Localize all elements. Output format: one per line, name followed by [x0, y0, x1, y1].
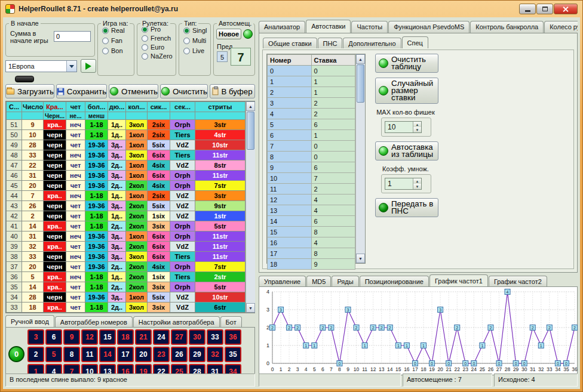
bet-number-cell[interactable]: 4: [268, 109, 312, 119]
multiplier-stepper[interactable]: 1 ▲▼: [385, 178, 422, 190]
bet-number-cell[interactable]: 14: [268, 216, 312, 227]
bets-row[interactable]: 42: [268, 109, 355, 119]
main-tab-функционал-psevdoms[interactable]: Функционал PsevdoMS: [388, 21, 470, 33]
numpad-17[interactable]: 17: [117, 347, 134, 362]
history-col-header[interactable]: чет: [66, 102, 85, 112]
scroll-thumb[interactable]: [357, 64, 364, 103]
bet-value-cell[interactable]: 6: [311, 162, 355, 173]
scroll-down-icon[interactable]: ▼: [356, 254, 365, 263]
game-radio-bon[interactable]: Bon: [102, 47, 131, 54]
bet-value-cell[interactable]: 4: [311, 205, 355, 216]
bet-number-cell[interactable]: 1: [268, 76, 312, 87]
type-radio-live[interactable]: Live: [183, 47, 208, 54]
numpad-35[interactable]: 35: [225, 347, 241, 362]
bets-scrollbar[interactable]: ▲ ▼: [355, 54, 365, 263]
numpad-8[interactable]: 8: [63, 347, 80, 362]
bet-number-cell[interactable]: 3: [268, 98, 312, 109]
bets-row[interactable]: 158: [268, 227, 355, 237]
history-col-header[interactable]: Кра...: [44, 102, 66, 112]
bet-number-cell[interactable]: 12: [268, 195, 312, 205]
bet-value-cell[interactable]: 0: [311, 141, 355, 152]
numpad-21[interactable]: 21: [135, 329, 152, 345]
bets-row[interactable]: 124: [268, 195, 355, 205]
roulette-radio-nazero[interactable]: NaZero: [142, 53, 173, 60]
bet-value-cell[interactable]: 2: [311, 184, 355, 195]
history-col-header[interactable]: Число: [22, 102, 44, 112]
bets-row[interactable]: 164: [268, 237, 355, 248]
undo-button[interactable]: Отменить: [109, 84, 158, 98]
numpad-20[interactable]: 20: [135, 347, 152, 362]
play-button[interactable]: [81, 59, 96, 73]
bottom-tab-md5[interactable]: MD5: [306, 276, 331, 286]
bet-number-cell[interactable]: 18: [268, 259, 312, 270]
bet-number-cell[interactable]: 11: [268, 184, 312, 195]
send-pns-button[interactable]: Передать в ПНС: [375, 198, 438, 217]
roulette-radio-euro[interactable]: Euro: [142, 44, 173, 51]
numpad-3[interactable]: 3: [27, 329, 44, 345]
bets-row[interactable]: 56: [268, 119, 355, 130]
random-bet-button[interactable]: Случайный размер ставки: [375, 78, 438, 104]
bet-number-cell[interactable]: 2: [268, 87, 312, 98]
new-autoshift-button[interactable]: Новое: [216, 29, 241, 39]
combo-dropdown-button[interactable]: [66, 61, 76, 72]
bet-value-cell[interactable]: 9: [311, 259, 355, 270]
autoshift-sphere-icon[interactable]: [243, 29, 253, 39]
numpad-11[interactable]: 11: [81, 347, 98, 362]
numpad-9[interactable]: 9: [63, 329, 80, 345]
numpad-12[interactable]: 12: [81, 329, 98, 345]
numpad-23[interactable]: 23: [153, 347, 170, 362]
bets-row[interactable]: 70: [268, 141, 355, 152]
bet-value-cell[interactable]: 8: [311, 248, 355, 259]
sub-tab-дополнительно[interactable]: Дополнительно: [343, 38, 401, 48]
minimize-button[interactable]: [519, 4, 536, 14]
numpad-5[interactable]: 5: [45, 347, 62, 362]
scroll-down-icon[interactable]: ▼: [246, 303, 255, 313]
sub-tab-пнс[interactable]: ПНС: [318, 38, 343, 48]
bottom-tab-ряды[interactable]: Ряды: [332, 276, 358, 286]
bet-value-cell[interactable]: 2: [311, 109, 355, 119]
preset-combo[interactable]: 1Европа: [5, 60, 77, 72]
bet-value-cell[interactable]: 0: [311, 66, 355, 76]
bottom-tab-график-частот2[interactable]: График частот2: [489, 276, 547, 286]
bet-value-cell[interactable]: 7: [311, 173, 355, 184]
numpad-15[interactable]: 15: [99, 329, 116, 345]
numpad-0[interactable]: 0: [8, 346, 24, 362]
bets-row[interactable]: 146: [268, 216, 355, 227]
numpad-14[interactable]: 14: [99, 347, 116, 362]
numpad-2[interactable]: 2: [27, 347, 44, 362]
mini-dark-button[interactable]: [15, 76, 34, 82]
bet-value-cell[interactable]: 6: [311, 119, 355, 130]
bet-value-cell[interactable]: 1: [311, 130, 355, 141]
bets-row[interactable]: 112: [268, 184, 355, 195]
bottom-tab-управление[interactable]: Управление: [259, 276, 306, 286]
numpad-6[interactable]: 6: [45, 329, 62, 345]
bet-number-cell[interactable]: 6: [268, 130, 312, 141]
bets-row[interactable]: 32: [268, 98, 355, 109]
numpad-18[interactable]: 18: [117, 329, 134, 345]
close-button[interactable]: [554, 4, 578, 14]
history-col-header[interactable]: С...: [7, 102, 22, 112]
bet-number-cell[interactable]: 7: [268, 141, 312, 152]
clear-table-button[interactable]: Очистить таблицу: [375, 54, 438, 73]
main-tab-колесо-ру[interactable]: Колесо ру: [544, 21, 578, 33]
bottom-tab-позиционирование[interactable]: Позиционирование: [360, 276, 429, 286]
erase-button[interactable]: Очистить: [160, 84, 208, 98]
history-col-header[interactable]: сек...: [170, 102, 195, 112]
input-tab-ручной-ввод[interactable]: Ручной ввод: [5, 315, 54, 327]
scroll-up-icon[interactable]: ▲: [356, 54, 365, 64]
bets-col-header[interactable]: Ставка: [311, 55, 355, 66]
bet-number-cell[interactable]: 10: [268, 173, 312, 184]
max-chips-stepper[interactable]: 10 ▲▼: [385, 121, 422, 133]
bottom-tab-график-частот1[interactable]: График частот1: [429, 274, 488, 286]
stepper-down-icon[interactable]: ▼: [413, 127, 421, 132]
clipboard-button[interactable]: В буфер: [210, 84, 255, 98]
bets-row[interactable]: 107: [268, 173, 355, 184]
type-radio-multi[interactable]: Multi: [183, 37, 208, 44]
roulette-radio-french[interactable]: French: [142, 35, 173, 42]
bet-value-cell[interactable]: 8: [311, 227, 355, 237]
bets-row[interactable]: 80: [268, 152, 355, 162]
numpad-26[interactable]: 26: [171, 347, 188, 362]
bet-value-cell[interactable]: 4: [311, 195, 355, 205]
bets-row[interactable]: 21: [268, 87, 355, 98]
start-sum-input[interactable]: [54, 31, 91, 42]
